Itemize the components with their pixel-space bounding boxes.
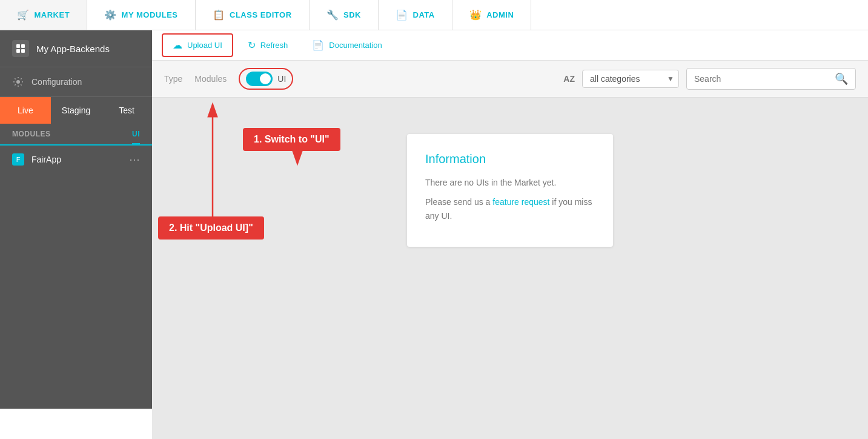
- modules-toggle-tab[interactable]: Modules: [194, 74, 227, 84]
- app-icon: [12, 40, 29, 57]
- sidebar-section-headers: MODULES UI: [0, 124, 152, 146]
- admin-icon: 👑: [469, 9, 482, 21]
- search-box: 🔍: [686, 68, 856, 90]
- annotation-step2: 2. Hit "Upload UI]": [158, 216, 264, 240]
- nav-item-sdk[interactable]: 🔧 SDK: [310, 0, 379, 30]
- data-icon: 📄: [396, 9, 408, 21]
- documentation-button[interactable]: 📄 Documentation: [302, 35, 391, 56]
- ui-toggle-container[interactable]: UI: [239, 68, 293, 90]
- sdk-label: SDK: [343, 10, 361, 19]
- more-icon[interactable]: ⋯: [129, 153, 140, 166]
- annotation-step1: 1. Switch to "UI": [243, 128, 340, 151]
- main-content: Information There are no UIs in the Mark…: [152, 98, 868, 439]
- feature-request-link[interactable]: feature request: [492, 197, 549, 207]
- type-label: Type: [164, 74, 182, 84]
- sidebar: My App-Backends Configuration Live Stagi…: [0, 30, 152, 409]
- info-card: Information There are no UIs in the Mark…: [407, 134, 613, 247]
- svg-rect-3: [21, 49, 25, 53]
- my-modules-label: MY MODULES: [122, 10, 178, 19]
- sidebar-configuration[interactable]: Configuration: [0, 67, 152, 97]
- top-navigation: 🛒 MARKET ⚙️ MY MODULES 📋 CLASS EDITOR 🔧 …: [0, 0, 868, 30]
- ui-section-label[interactable]: UI: [132, 130, 140, 144]
- tab-test[interactable]: Test: [101, 97, 152, 124]
- class-editor-icon: 📋: [213, 9, 225, 21]
- tab-staging[interactable]: Staging: [51, 97, 102, 124]
- filter-right: AZ all categories ▼ 🔍: [563, 68, 856, 90]
- svg-rect-1: [21, 44, 25, 48]
- fairapp-icon: F: [12, 153, 24, 166]
- sidebar-item-left: F FairApp: [12, 153, 61, 166]
- market-label: MARKET: [35, 10, 70, 19]
- nav-item-data[interactable]: 📄 DATA: [379, 0, 452, 30]
- info-card-title: Information: [425, 152, 595, 166]
- config-label: Configuration: [31, 77, 82, 87]
- toggle-thumb: [260, 73, 271, 84]
- app-name-label: My App-Backends: [36, 44, 110, 54]
- info-card-text2: Please send us a feature request if you …: [425, 195, 595, 223]
- svg-point-4: [16, 80, 20, 84]
- svg-rect-0: [16, 44, 20, 48]
- az-sort-icon[interactable]: AZ: [563, 74, 575, 84]
- documentation-icon: 📄: [312, 39, 324, 51]
- config-icon: [12, 76, 24, 88]
- nav-item-admin[interactable]: 👑 ADMIN: [452, 0, 532, 30]
- secondary-toolbar: ☁ Upload UI ↻ Refresh 📄 Documentation: [152, 30, 868, 61]
- nav-item-class-editor[interactable]: 📋 CLASS EDITOR: [196, 0, 310, 30]
- market-icon: 🛒: [17, 9, 30, 21]
- svg-rect-2: [16, 49, 20, 53]
- fairapp-label: FairApp: [31, 155, 61, 164]
- nav-item-market[interactable]: 🛒 MARKET: [0, 0, 87, 30]
- sdk-icon: 🔧: [326, 9, 339, 21]
- nav-item-my-modules[interactable]: ⚙️ MY MODULES: [87, 0, 195, 30]
- search-input[interactable]: [694, 74, 830, 84]
- search-icon[interactable]: 🔍: [835, 72, 848, 85]
- refresh-icon: ↻: [248, 39, 256, 51]
- category-select-wrapper: all categories ▼: [582, 70, 679, 88]
- toggle-track: [246, 72, 273, 86]
- upload-ui-button[interactable]: ☁ Upload UI: [162, 33, 233, 57]
- class-editor-label: CLASS EDITOR: [230, 10, 292, 19]
- data-label: DATA: [413, 10, 435, 19]
- modules-icon: ⚙️: [104, 9, 117, 21]
- content-toolbar: Type Modules UI AZ all c: [152, 61, 868, 98]
- modules-section-label[interactable]: MODULES: [12, 130, 51, 138]
- refresh-button[interactable]: ↻ Refresh: [238, 35, 298, 56]
- info-card-text1: There are no UIs in the Market yet.: [425, 176, 595, 189]
- admin-label: ADMIN: [486, 10, 514, 19]
- sidebar-app-name[interactable]: My App-Backends: [0, 30, 152, 67]
- upload-icon: ☁: [173, 39, 182, 51]
- tab-live[interactable]: Live: [0, 97, 51, 124]
- category-select[interactable]: all categories: [582, 70, 679, 88]
- sidebar-item-fairapp[interactable]: F FairApp ⋯: [0, 146, 152, 173]
- ui-toggle-switch[interactable]: [246, 72, 273, 86]
- sidebar-tabs: Live Staging Test: [0, 97, 152, 124]
- ui-toggle-label: UI: [277, 74, 286, 84]
